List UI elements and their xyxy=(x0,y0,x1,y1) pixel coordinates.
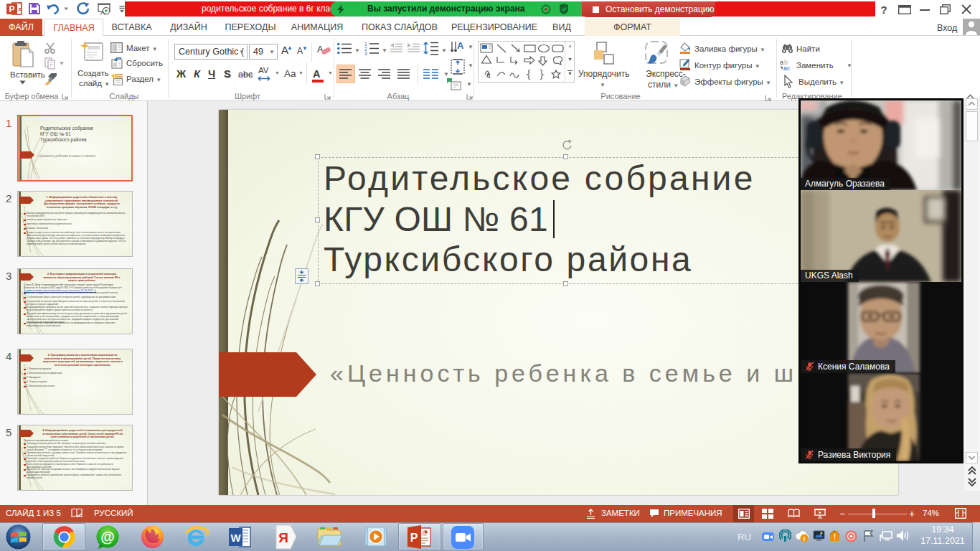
svg-text:ac: ac xyxy=(783,65,791,71)
svg-text:P: P xyxy=(9,4,14,14)
svg-text:W: W xyxy=(230,532,241,544)
svg-text:!: ! xyxy=(804,535,806,542)
svg-text:Я: Я xyxy=(278,530,288,545)
svg-text:@: @ xyxy=(100,529,115,545)
svg-text:P: P xyxy=(410,532,418,544)
svg-text:!: ! xyxy=(834,533,836,541)
svg-text:3: 3 xyxy=(364,51,367,55)
svg-text:A: A xyxy=(457,40,464,51)
